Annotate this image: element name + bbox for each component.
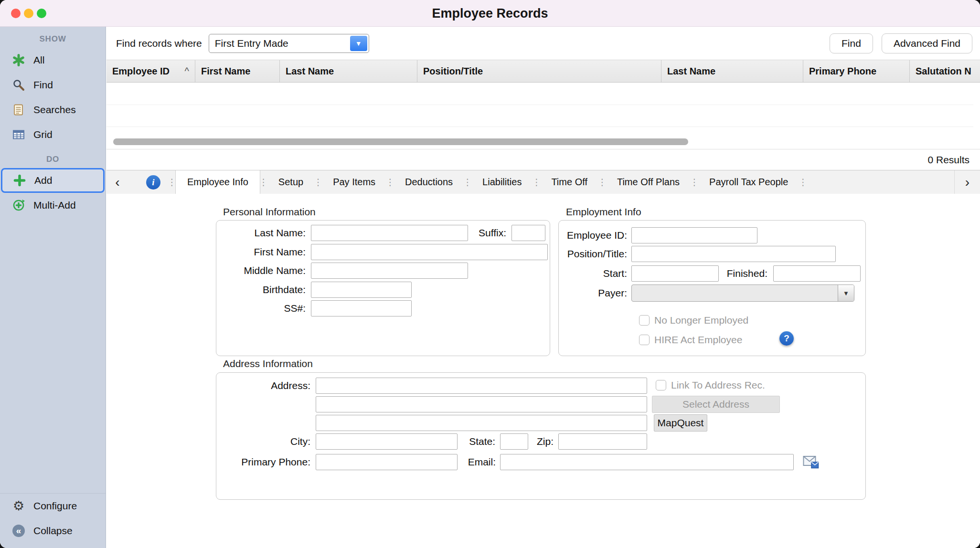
tab-time-off-plans[interactable]: Time Off Plans — [606, 170, 691, 194]
window-title: Employee Records — [0, 0, 980, 27]
address-line2-input[interactable] — [316, 396, 647, 412]
column-header-employee-id[interactable]: Employee ID ^ — [107, 60, 195, 82]
tab-scroll-left-button[interactable]: ‹ — [107, 170, 128, 194]
tab-time-off[interactable]: Time Off — [540, 170, 599, 194]
link-to-address-checkbox[interactable] — [656, 380, 666, 390]
horizontal-scrollbar[interactable] — [113, 138, 688, 145]
results-count: 0 Results — [927, 154, 969, 166]
zip-input[interactable] — [558, 433, 647, 450]
tab-pay-items[interactable]: Pay Items — [321, 170, 387, 194]
employment-info-title: Employment Info — [566, 206, 641, 218]
asterisk-icon — [11, 54, 26, 66]
column-header-last-name[interactable]: Last Name — [280, 60, 417, 82]
magnifier-icon — [11, 79, 26, 91]
dropdown-caret-icon: ▼ — [350, 36, 367, 51]
sidebar-item-searches[interactable]: Searches — [0, 97, 106, 122]
email-input[interactable] — [500, 454, 794, 470]
column-header-last-name-2[interactable]: Last Name — [661, 60, 803, 82]
tab-separator: ⋮ — [691, 170, 698, 194]
title-bar: Employee Records — [0, 0, 980, 27]
payer-dropdown[interactable]: ▼ — [631, 285, 854, 302]
sidebar-item-find[interactable]: Find — [0, 73, 106, 97]
city-label: City: — [201, 433, 310, 450]
sidebar-item-collapse[interactable]: « Collapse — [0, 518, 106, 543]
find-bar: Find records where First Entry Made ▼ Fi… — [107, 27, 980, 60]
payer-label: Payer: — [532, 285, 627, 302]
find-field-dropdown[interactable]: First Entry Made ▼ — [209, 34, 369, 53]
app-window: Employee Records SHOW All Find Searches — [0, 0, 980, 548]
tab-scroll-right-button[interactable]: › — [954, 170, 980, 194]
column-header-position-title[interactable]: Position/Title — [417, 60, 661, 82]
sidebar-item-multi-add[interactable]: Multi-Add — [0, 193, 106, 218]
address-line1-input[interactable] — [316, 378, 647, 394]
finished-date-input[interactable] — [773, 265, 861, 282]
sidebar-item-grid[interactable]: Grid — [0, 122, 106, 147]
tab-deductions[interactable]: Deductions — [394, 170, 464, 194]
sidebar-item-label: Grid — [33, 129, 53, 140]
column-header-first-name[interactable]: First Name — [195, 60, 280, 82]
tab-setup[interactable]: Setup — [267, 170, 315, 194]
tab-record-info[interactable]: i — [138, 170, 169, 194]
sidebar-item-add[interactable]: Add — [1, 168, 105, 193]
sidebar-section-do: DO — [0, 155, 106, 164]
table-row-separator — [107, 105, 973, 105]
birthdate-input[interactable] — [311, 282, 412, 298]
searches-icon — [11, 104, 26, 116]
email-icon[interactable] — [803, 455, 819, 469]
multi-add-icon — [11, 199, 26, 211]
finished-date-label: Finished: — [696, 265, 767, 282]
sidebar-item-label: Searches — [33, 104, 76, 116]
tab-separator: ⋮ — [387, 170, 394, 194]
select-address-button[interactable]: Select Address — [652, 396, 780, 413]
no-longer-employed-checkbox[interactable] — [639, 315, 650, 326]
ss-number-input[interactable] — [311, 300, 412, 316]
suffix-label: Suffix: — [439, 225, 506, 241]
hire-act-employee-label: HIRE Act Employee — [654, 334, 742, 346]
employee-id-label: Employee ID: — [532, 227, 627, 243]
first-name-label: First Name: — [196, 244, 306, 260]
zip-label: Zip: — [506, 433, 554, 450]
employee-info-form: Personal Information Last Name: Suffix: … — [107, 194, 980, 548]
personal-information-title: Personal Information — [223, 206, 316, 218]
primary-phone-input[interactable] — [316, 454, 458, 470]
results-count-row: 0 Results — [107, 149, 980, 170]
sidebar-item-label: All — [33, 54, 44, 66]
address-label: Address: — [201, 378, 310, 394]
advanced-find-button[interactable]: Advanced Find — [882, 33, 972, 53]
column-header-primary-phone[interactable]: Primary Phone — [803, 60, 910, 82]
no-longer-employed-label: No Longer Employed — [654, 315, 748, 326]
sidebar-item-all[interactable]: All — [0, 48, 106, 73]
position-title-input[interactable] — [631, 246, 836, 262]
hire-act-help-icon[interactable]: ? — [779, 331, 794, 346]
tab-employee-info[interactable]: Employee Info — [175, 170, 260, 194]
ss-number-label: SS#: — [196, 300, 306, 316]
grid-icon — [11, 128, 26, 141]
birthdate-label: Birthdate: — [196, 282, 306, 298]
address-line3-input[interactable] — [316, 415, 647, 431]
column-header-salutation[interactable]: Salutation N — [910, 60, 980, 82]
city-input[interactable] — [316, 433, 458, 450]
email-label: Email: — [438, 454, 496, 470]
tab-liabilities[interactable]: Liabilities — [471, 170, 533, 194]
sidebar-item-label: Configure — [33, 500, 77, 512]
first-name-input[interactable] — [311, 244, 548, 260]
employee-id-input[interactable] — [631, 227, 757, 243]
find-button[interactable]: Find — [830, 33, 873, 53]
mapquest-button[interactable]: MapQuest — [654, 414, 707, 432]
address-information-title: Address Information — [223, 358, 313, 369]
payer-caret-icon: ▼ — [838, 285, 854, 301]
sort-ascending-icon: ^ — [185, 66, 189, 77]
main-content: Find records where First Entry Made ▼ Fi… — [107, 27, 980, 548]
state-label: State: — [447, 433, 495, 450]
primary-phone-label: Primary Phone: — [201, 454, 310, 470]
results-table-header: Employee ID ^ First Name Last Name Posit… — [107, 60, 980, 83]
sidebar: SHOW All Find Searches Grid DO — [0, 27, 106, 548]
tab-separator: ⋮ — [169, 170, 175, 194]
sidebar-item-configure[interactable]: ⚙ Configure — [0, 494, 106, 518]
info-icon: i — [146, 175, 160, 190]
middle-name-input[interactable] — [311, 263, 468, 279]
results-table-body — [107, 83, 980, 149]
tab-separator: ⋮ — [533, 170, 540, 194]
hire-act-employee-checkbox[interactable] — [639, 335, 650, 345]
tab-payroll-tax-people[interactable]: Payroll Tax People — [698, 170, 799, 194]
